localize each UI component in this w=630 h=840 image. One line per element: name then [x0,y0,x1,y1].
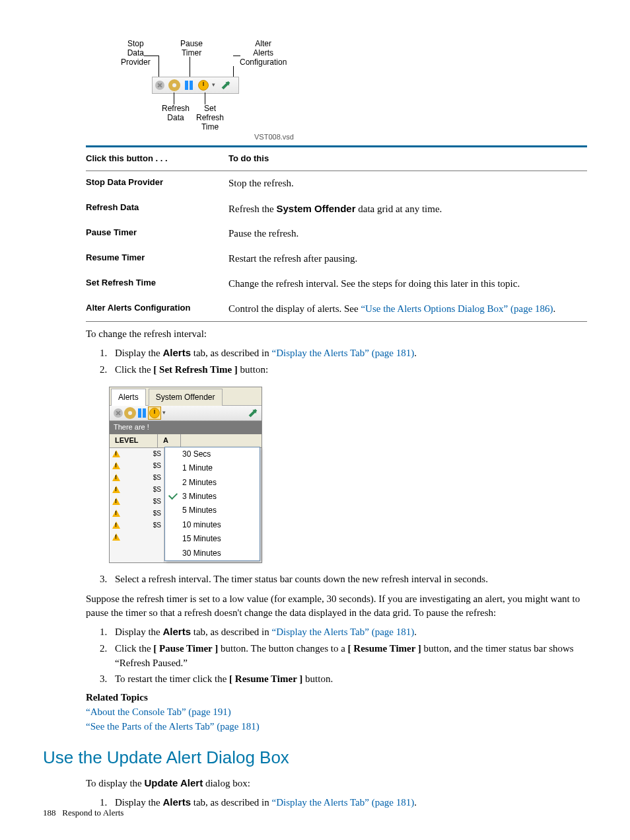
footer-title: Respond to Alerts [62,808,123,818]
warning-icon [112,450,120,457]
section-heading-update-alert: Use the Update Alert Dialog Box [43,745,587,771]
menu-item-10-minutes[interactable]: 10 minutes [165,518,260,532]
list-item: Select a refresh interval. The timer sta… [110,572,587,587]
list-item: Display the Alerts tab, as described in … [110,795,587,810]
dropdown-arrow-icon[interactable]: ▾ [211,78,216,93]
label-set-refresh-time: Set Refresh Time [196,104,224,132]
warning-icon [112,462,120,469]
pencil-icon [249,409,258,418]
menu-item-1-minute[interactable]: 1 Minute [165,461,260,475]
display-alerts-tab-link[interactable]: “Display the Alerts Tab” (page 181) [272,348,415,358]
label-refresh-data: Refresh Data [162,104,190,123]
menu-item-3-minutes[interactable]: 3 Minutes [165,490,260,504]
gear-icon [170,81,179,90]
update-alert-intro: To display the Update Alert dialog box: [86,776,587,791]
stop-data-provider-button[interactable] [112,407,124,419]
label-alter-alerts-config: Alter Alerts Configuration [240,40,287,67]
related-link-alerts-parts[interactable]: “See the Parts of the Alerts Tab” (page … [86,721,260,732]
stop-data-provider-button[interactable] [153,78,167,93]
menu-item-15-minutes[interactable]: 15 Minutes [165,532,260,546]
refresh-interval-menu: 30 Secs 1 Minute 2 Minutes 3 Minutes 5 M… [164,447,260,561]
table-row: Stop Data ProviderStop the refresh. [86,171,587,196]
page-number: 188 [43,808,56,818]
table-header-action: To do this [228,147,587,171]
list-item: Display the Alerts tab, as described in … [110,346,587,361]
button-reference-table: Click this button . . . To do this Stop … [86,145,587,322]
table-row: Pause TimerPause the refresh. [86,221,587,247]
set-refresh-time-button[interactable] [148,406,161,420]
toolbar-figure: Stop Data Provider Pause Timer Alter Ale… [83,40,587,139]
page-footer: 188 Respond to Alerts [43,807,123,820]
list-item: Display the Alerts tab, as described in … [110,625,587,640]
warning-icon [112,498,120,505]
menu-item-30-minutes[interactable]: 30 Minutes [165,547,260,560]
alter-alerts-config-button[interactable] [247,407,259,419]
status-bar: There are ! [110,421,262,434]
table-row: Set Refresh TimeChange the refresh inter… [86,272,587,297]
mini-toolbar: ▾ [110,406,262,421]
label-pause-timer: Pause Timer [180,40,203,58]
alter-alerts-config-button[interactable] [219,78,233,93]
alert-rows: $S $S $S $S $S $S $S [110,448,164,562]
display-alerts-tab-link[interactable]: “Display the Alerts Tab” (page 181) [272,627,415,637]
table-row: Resume TimerRestart the refresh after pa… [86,247,587,272]
tab-alerts[interactable]: Alerts [111,389,146,406]
close-circle-icon [155,81,164,90]
refresh-data-button[interactable] [167,78,182,93]
pause-bars-icon [138,408,146,418]
clock-icon [198,80,209,91]
change-refresh-steps-cont: Select a refresh interval. The timer sta… [86,572,587,587]
dropdown-arrow-icon[interactable]: ▾ [161,406,166,420]
pause-refresh-steps: Display the Alerts tab, as described in … [86,625,587,687]
change-refresh-steps: Display the Alerts tab, as described in … [86,346,587,377]
warning-icon [112,521,120,529]
display-update-alert-steps: Display the Alerts tab, as described in … [86,795,587,810]
set-refresh-time-button[interactable] [196,78,211,93]
pencil-icon [222,81,230,90]
menu-item-5-minutes[interactable]: 5 Minutes [165,504,260,517]
close-circle-icon [114,408,123,418]
pause-bars-icon [185,81,193,90]
intro-change-refresh: To change the refresh interval: [86,327,587,342]
table-row: Alter Alerts ConfigurationControl the di… [86,297,587,322]
tab-system-offender[interactable]: System Offender [149,389,223,406]
label-stop-data-provider: Stop Data Provider [121,40,151,67]
clock-icon [149,408,160,418]
pause-timer-button[interactable] [182,78,196,93]
table-header-button: Click this button . . . [86,147,228,171]
warning-icon [112,486,120,493]
toolbar: ▾ [152,77,239,94]
table-row: Refresh DataRefresh the System Offender … [86,196,587,222]
alerts-tab-screenshot: Alerts System Offender ▾ There are ! LEV… [109,387,262,563]
display-alerts-tab-link[interactable]: “Display the Alerts Tab” (page 181) [272,797,415,808]
list-item: Click the [ Pause Timer ] button. The bu… [110,642,587,671]
related-topics-heading: Related Topics [86,691,587,705]
pause-intro-paragraph: Suppose the refresh timer is set to a lo… [86,592,587,621]
column-level: LEVEL [110,434,158,447]
menu-item-30-secs[interactable]: 30 Secs [165,447,260,461]
figure-caption: VST008.vsd [254,132,294,143]
list-item: To restart the timer click the [ Resume … [110,672,587,687]
menu-item-2-minutes[interactable]: 2 Minutes [165,476,260,490]
related-link-console-tab[interactable]: “About the Console Tab” (page 191) [86,706,231,717]
list-item: Click the [ Set Refresh Time ] button: [110,363,587,377]
column-a: A [158,434,181,447]
pause-timer-button[interactable] [136,407,148,419]
alerts-options-link[interactable]: “Use the Alerts Options Dialog Box” (pag… [361,303,553,314]
warning-icon [112,510,120,517]
refresh-data-button[interactable] [124,407,136,419]
gear-icon [125,408,135,418]
warning-icon [112,533,120,541]
warning-icon [112,474,120,481]
